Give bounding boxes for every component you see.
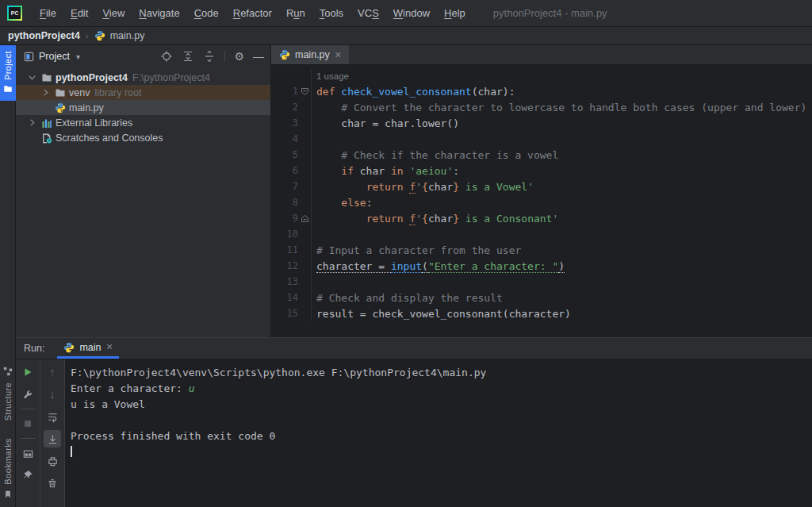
fold-marker-icon[interactable] — [298, 210, 312, 226]
rerun-icon[interactable] — [19, 363, 36, 381]
pycharm-logo-icon: PC — [7, 6, 22, 21]
code-line-12: 12character = input("Enter a character: … — [271, 258, 812, 274]
run-tab-main[interactable]: main ✕ — [57, 338, 118, 359]
menu-item-run[interactable]: Run — [279, 4, 312, 23]
collapse-all-icon[interactable] — [203, 50, 216, 63]
fold-gutter — [298, 194, 312, 210]
settings-icon[interactable]: ⚙ — [234, 51, 244, 62]
menu-item-tools[interactable]: Tools — [312, 4, 350, 23]
chevron-right-icon[interactable] — [27, 118, 37, 127]
tool-window-button-bookmarks[interactable]: Bookmarks — [3, 438, 13, 501]
fold-gutter — [298, 163, 312, 179]
code-line-7: 7 return f'{char} is a Vowel' — [271, 179, 812, 194]
menu-item-help[interactable]: Help — [437, 4, 473, 23]
tree-item-label: Scratches and Consoles — [56, 133, 163, 144]
chevron-down-icon[interactable]: ▾ — [76, 52, 80, 61]
console-output[interactable]: F:\pythonProject4\venv\Scripts\python.ex… — [65, 359, 812, 507]
print-icon[interactable] — [44, 452, 61, 470]
clear-all-icon[interactable] — [44, 474, 61, 492]
code-line-6: 6 if char in 'aeiou': — [271, 163, 812, 179]
fold-gutter — [298, 305, 312, 321]
menu-item-vcs[interactable]: VCS — [350, 4, 386, 23]
code-text: # Convert the character to lowercase to … — [316, 102, 806, 113]
code-text: # Check and display the result — [316, 292, 503, 304]
tool-window-button-project[interactable]: Project — [0, 45, 16, 101]
tool-window-button-structure[interactable]: Structure — [3, 367, 13, 421]
menu-item-navigate[interactable]: Navigate — [132, 4, 186, 23]
up-stack-trace-icon[interactable]: ↑ — [44, 363, 61, 381]
line-number: 11 — [271, 244, 298, 255]
menu-item-file[interactable]: File — [33, 4, 63, 23]
code-text: char = char.lower() — [316, 117, 459, 129]
project-toolwindow-icon — [24, 52, 34, 62]
stop-icon[interactable] — [19, 415, 36, 432]
fold-gutter — [298, 258, 312, 274]
close-icon[interactable]: ✕ — [106, 343, 113, 351]
soft-wrap-icon[interactable] — [44, 408, 61, 425]
editor-tab-main-py[interactable]: main.py ✕ — [271, 45, 349, 64]
close-icon[interactable]: ✕ — [335, 51, 342, 60]
folder-icon — [3, 84, 13, 96]
separator — [21, 409, 35, 409]
tree-item-scratches-and-consoles[interactable]: Scratches and Consoles — [16, 130, 270, 145]
tree-item-main-py[interactable]: main.py — [16, 100, 270, 115]
code-line-15: 15result = check_vowel_consonant(charact… — [271, 305, 812, 321]
code-text: return f'{char} is a Vowel' — [316, 181, 534, 193]
chevron-down-icon[interactable] — [27, 73, 37, 82]
console-line-6 — [71, 444, 806, 460]
code-editor-area[interactable]: 1 usage1def check_vowel_consonant(char):… — [271, 65, 812, 337]
code-line-1: 1def check_vowel_consonant(char): — [271, 83, 812, 99]
project-panel-header: Project ▾ ⚙— — [16, 45, 270, 67]
menu-item-edit[interactable]: Edit — [63, 4, 95, 23]
project-panel: Project ▾ ⚙— pythonProject4 F:\pythonPro… — [16, 45, 271, 337]
scroll-to-end-icon[interactable] — [44, 430, 61, 447]
breadcrumb-file[interactable]: main.py — [94, 30, 145, 41]
tree-item-pythonproject4[interactable]: pythonProject4 F:\pythonProject4 — [16, 70, 270, 85]
hide-icon[interactable]: — — [253, 51, 264, 62]
usage-hint[interactable]: 1 usage — [316, 71, 349, 81]
line-number: 13 — [271, 276, 298, 287]
project-panel-title[interactable]: Project — [39, 51, 70, 62]
breadcrumb-project[interactable]: pythonProject4 — [8, 30, 80, 41]
tree-item-suffix: library root — [94, 87, 141, 98]
menu-item-code[interactable]: Code — [187, 4, 226, 23]
tree-item-external-libraries[interactable]: External Libraries — [16, 115, 270, 130]
tree-item-label: pythonProject4 — [56, 72, 128, 83]
line-number: 5 — [271, 149, 298, 160]
menu-item-refactor[interactable]: Refactor — [226, 4, 279, 23]
code-text: character = input("Enter a character: ") — [316, 260, 565, 272]
code-line-4: 4 — [271, 131, 812, 147]
line-number: 1 — [271, 86, 298, 97]
separator — [224, 51, 225, 62]
line-number: 9 — [271, 213, 298, 224]
line-number: 2 — [271, 102, 298, 113]
tree-item-label: main.py — [69, 102, 104, 113]
code-line-13: 13 — [271, 274, 812, 290]
folder-icon — [54, 87, 66, 98]
code-text: if char in 'aeiou': — [316, 165, 459, 177]
fold-gutter — [298, 147, 312, 163]
python-file-icon — [94, 30, 106, 41]
pin-tab-icon[interactable] — [19, 467, 36, 484]
fold-marker-icon[interactable] — [298, 83, 312, 99]
code-text: result = check_vowel_consonant(character… — [316, 308, 571, 320]
code-line-9: 9 return f'{char} is a Consonant' — [271, 210, 812, 226]
console-line-3: u is a Vowel — [71, 397, 806, 413]
code-line-3: 3 char = char.lower() — [271, 115, 812, 131]
code-line-5: 5 # Check if the character is a vowel — [271, 147, 812, 163]
pycharm-window: PC FileEditViewNavigateCodeRefactorRunTo… — [0, 0, 812, 507]
select-opened-file-icon[interactable] — [160, 50, 173, 63]
breadcrumb: pythonProject4 › main.py — [0, 27, 812, 45]
menu-bar: FileEditViewNavigateCodeRefactorRunTools… — [33, 4, 473, 23]
modify-run-configuration-icon[interactable] — [19, 386, 36, 403]
menu-item-window[interactable]: Window — [386, 4, 437, 23]
expand-all-icon[interactable] — [182, 50, 194, 63]
separator — [21, 438, 35, 439]
tree-item-venv[interactable]: venv library root — [16, 85, 270, 100]
chevron-right-icon[interactable] — [40, 88, 51, 97]
restore-layout-icon[interactable] — [19, 444, 36, 462]
down-stack-trace-icon[interactable]: ↓ — [44, 386, 61, 403]
bookmark-icon — [4, 489, 12, 501]
menu-item-view[interactable]: View — [95, 4, 132, 23]
python-file-icon — [63, 342, 75, 353]
